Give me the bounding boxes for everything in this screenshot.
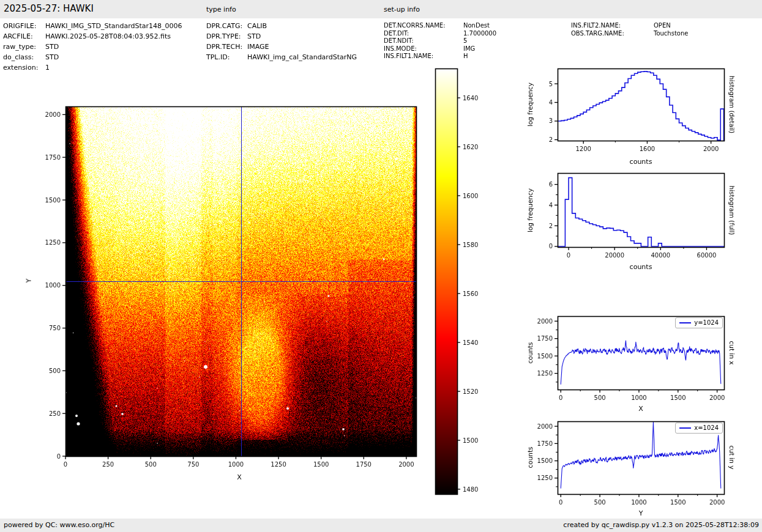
meta-label: INS.MODE:	[384, 45, 417, 52]
meta-value: H	[463, 53, 468, 59]
meta-label: do_class:	[3, 53, 34, 61]
meta-value: Touchstone	[654, 30, 688, 37]
type-info-header: type info	[206, 6, 236, 13]
cut-y-xlabel: Y	[639, 509, 643, 517]
cut-x-legend-label: y=1024	[694, 319, 719, 326]
footer-credit-right: created by qc_rawdisp.py v1.2.3 on 2025-…	[563, 521, 759, 529]
meta-label: DPR.CATG:	[206, 22, 242, 30]
meta-value: OPEN	[654, 22, 671, 29]
meta-value: CALIB	[247, 22, 267, 30]
header-bar: 2025-05-27: HAWKI type info set-up info	[0, 0, 762, 18]
hist-detail-side-label: histogram (detail)	[728, 76, 736, 133]
footer-bar: powered by QC: www.eso.org/HC created by…	[0, 519, 762, 532]
meta-value: STD	[247, 32, 261, 40]
cut-x-ylabel: counts	[526, 342, 534, 363]
meta-label: raw_type:	[3, 43, 36, 51]
meta-value: STD	[45, 53, 59, 61]
cut-y-legend-label: x=1024	[694, 424, 719, 431]
hist-full-ylabel: log frequency	[526, 188, 534, 232]
meta-label: INS.FILT2.NAME:	[571, 22, 621, 29]
cut-y-ylabel: counts	[526, 446, 534, 468]
meta-value: HAWKI_img_cal_StandardStarNG	[247, 53, 357, 61]
meta-label: INS.FILT1.NAME:	[384, 53, 433, 59]
meta-label: DET.NCORRS.NAME:	[384, 22, 446, 29]
meta-value: HAWKI_IMG_STD_StandardStar148_0006	[45, 22, 182, 30]
meta-label: TPL.ID:	[206, 53, 230, 61]
main-xlabel: X	[237, 473, 242, 481]
meta-value: 1.7000000	[463, 30, 496, 37]
cut-x-xlabel: X	[638, 405, 643, 413]
hist-full-side-label: histogram (full)	[728, 186, 736, 235]
footer-credit-left: powered by QC: www.eso.org/HC	[4, 521, 114, 529]
meta-label: ORIGFILE:	[3, 22, 36, 30]
meta-label: ARCFILE:	[3, 32, 33, 40]
legend-line-sample	[679, 322, 691, 323]
meta-value: HAWKI.2025-05-28T08:04:03.952.fits	[45, 32, 171, 40]
cut-x-legend: y=1024	[675, 317, 723, 328]
cut-y-legend: x=1024	[675, 423, 723, 434]
meta-value: 5	[463, 37, 467, 44]
cut-x-side-label: cut in x	[728, 341, 736, 364]
meta-label: DET.DIT:	[384, 30, 409, 37]
hist-detail-xlabel: counts	[630, 158, 652, 166]
meta-value: STD	[45, 43, 59, 51]
page-title: 2025-05-27: HAWKI	[4, 3, 94, 14]
meta-label: extension:	[3, 64, 38, 72]
hist-full-xlabel: counts	[630, 263, 652, 271]
meta-label: DPR.TECH:	[206, 43, 242, 51]
setup-info-header: set-up info	[384, 6, 420, 13]
meta-label: DET.NDIT:	[384, 37, 414, 44]
meta-value: IMG	[463, 45, 475, 52]
legend-line-sample	[679, 427, 691, 429]
meta-value: 1	[45, 64, 50, 72]
meta-value: NonDest	[463, 22, 490, 29]
meta-value: IMAGE	[247, 43, 269, 51]
cut-y-side-label: cut in y	[728, 445, 736, 469]
meta-label: OBS.TARG.NAME:	[571, 30, 624, 37]
hist-detail-ylabel: log frequency	[526, 83, 534, 127]
main-ylabel: Y	[25, 279, 33, 283]
meta-label: DPR.TYPE:	[206, 32, 241, 40]
